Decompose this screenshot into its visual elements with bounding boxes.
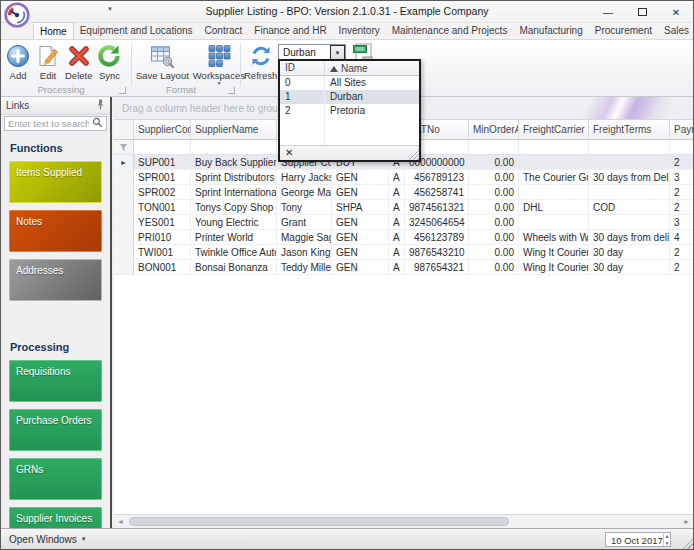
table-cell[interactable]: Jason King <box>277 245 332 259</box>
filter-cell[interactable] <box>589 140 670 154</box>
table-cell[interactable]: GEN <box>332 230 389 244</box>
clear-filter-button[interactable]: ✕ <box>280 148 293 159</box>
spinner-down-icon[interactable]: ▼ <box>664 540 670 547</box>
table-cell[interactable]: 0.00 <box>469 215 519 229</box>
dropdown-header-id[interactable]: ID <box>280 61 325 75</box>
table-cell[interactable]: A <box>389 185 405 199</box>
table-cell[interactable]: 30 day <box>589 260 670 274</box>
tab-home[interactable]: Home <box>33 22 74 39</box>
dropdown-row[interactable]: 1Durban <box>280 90 419 104</box>
format-dialog-launcher-icon[interactable] <box>228 87 235 94</box>
open-windows-button[interactable]: Open Windows ▼ <box>1 534 87 545</box>
table-cell[interactable]: 3245064654 <box>405 215 469 229</box>
table-cell[interactable]: The Courier Guy <box>519 170 589 184</box>
delete-button[interactable]: Delete <box>63 43 94 81</box>
search-icon[interactable] <box>89 117 106 130</box>
tab-finance-and-hr[interactable]: Finance and HR <box>248 22 332 39</box>
close-button[interactable]: ✕ <box>659 1 693 23</box>
table-cell[interactable]: 987654321 <box>405 260 469 274</box>
sync-button[interactable]: Sync <box>94 43 124 81</box>
table-cell[interactable]: A <box>389 170 405 184</box>
table-cell[interactable]: PRI010 <box>134 230 191 244</box>
table-cell[interactable]: Harry Jackson <box>277 170 332 184</box>
table-cell[interactable] <box>519 215 589 229</box>
table-cell[interactable]: Wing It Couriers <box>519 245 589 259</box>
refresh-button[interactable]: Refresh <box>242 43 279 81</box>
dropdown-header-name[interactable]: Name <box>325 61 419 75</box>
table-cell[interactable]: TWI001 <box>134 245 191 259</box>
column-header-paymentterms[interactable]: PaymentTerms <box>670 120 693 139</box>
table-cell[interactable]: A <box>389 260 405 274</box>
table-cell[interactable]: 0.00 <box>469 155 519 169</box>
table-cell[interactable]: 0.00 <box>469 200 519 214</box>
table-row[interactable]: BON001Bonsai BonanzaTeddy MillerGENA9876… <box>114 260 693 275</box>
tab-procurement[interactable]: Procurement <box>589 22 658 39</box>
table-cell[interactable]: Buy Back Supplier <box>191 155 277 169</box>
table-cell[interactable]: Tonys Copy Shop <box>191 200 277 214</box>
sidebar-item-notes[interactable]: Notes <box>9 210 102 252</box>
table-cell[interactable]: Sprint International <box>191 185 277 199</box>
table-cell[interactable]: 2 <box>670 200 693 214</box>
table-cell[interactable]: Printer World <box>191 230 277 244</box>
table-cell[interactable]: Young Electric <box>191 215 277 229</box>
tab-manufacturing[interactable]: Manufacturing <box>513 22 588 39</box>
table-cell[interactable]: YES001 <box>134 215 191 229</box>
table-cell[interactable]: 2 <box>670 185 693 199</box>
workspaces-button[interactable]: Workspaces ▼ <box>191 43 247 86</box>
maximize-button[interactable] <box>625 1 659 23</box>
table-cell[interactable]: GEN <box>332 185 389 199</box>
table-cell[interactable]: Tony <box>277 200 332 214</box>
table-cell[interactable]: 2 <box>670 155 693 169</box>
table-cell[interactable]: 0.00 <box>469 260 519 274</box>
table-row[interactable]: SPR001Sprint Distributors LocalHarry Jac… <box>114 170 693 185</box>
dropdown-row[interactable]: 0All Sites <box>280 76 419 90</box>
window-resize-grip[interactable] <box>680 536 693 549</box>
table-cell[interactable]: SPR001 <box>134 170 191 184</box>
filter-cell[interactable] <box>469 140 519 154</box>
table-cell[interactable]: Grant <box>277 215 332 229</box>
table-cell[interactable]: A <box>389 200 405 214</box>
table-cell[interactable]: George Matthews <box>277 185 332 199</box>
table-cell[interactable]: 0.00 <box>469 170 519 184</box>
scrollbar-track[interactable] <box>127 515 680 528</box>
table-cell[interactable]: COD <box>589 200 670 214</box>
table-cell[interactable]: 2 <box>670 245 693 259</box>
column-header-suppliername[interactable]: SupplierName <box>191 120 277 139</box>
table-cell[interactable] <box>519 185 589 199</box>
table-cell[interactable]: Bonsai Bonanza <box>191 260 277 274</box>
table-cell[interactable]: SHPA <box>332 200 389 214</box>
sidebar-item-items-supplied[interactable]: Items Supplied <box>9 161 102 203</box>
sidebar-item-addresses[interactable]: Addresses <box>9 259 102 301</box>
save-layout-button[interactable]: Save Layout <box>134 43 191 86</box>
minimize-button[interactable]: — <box>591 1 625 23</box>
add-button[interactable]: Add <box>3 43 33 81</box>
table-row[interactable]: TWI001Twinkle Office Automation ...Jason… <box>114 245 693 260</box>
table-cell[interactable]: 9874561321 <box>405 200 469 214</box>
search-input[interactable] <box>5 118 89 129</box>
table-cell[interactable]: SUP001 <box>134 155 191 169</box>
filter-cell[interactable] <box>670 140 693 154</box>
table-cell[interactable]: GEN <box>332 260 389 274</box>
sidebar-item-purchase-orders[interactable]: Purchase Orders <box>9 409 102 451</box>
table-row[interactable]: YES001Young ElectricGrantGENA32450646540… <box>114 215 693 230</box>
table-cell[interactable]: 0.00 <box>469 230 519 244</box>
table-cell[interactable]: 456258741 <box>405 185 469 199</box>
table-cell[interactable]: GEN <box>332 215 389 229</box>
table-cell[interactable]: 456123789 <box>405 230 469 244</box>
date-field[interactable]: 10 Oct 2017 ▲ ▼ <box>605 532 671 547</box>
sidebar-item-requisitions[interactable]: Requisitions <box>9 360 102 402</box>
table-cell[interactable]: Sprint Distributors Local <box>191 170 277 184</box>
column-header-freightcarrier[interactable]: FreightCarrier <box>519 120 589 139</box>
table-cell[interactable]: Twinkle Office Automation ... <box>191 245 277 259</box>
table-cell[interactable]: Maggie Sage <box>277 230 332 244</box>
table-cell[interactable]: 3 <box>670 215 693 229</box>
table-cell[interactable]: BON001 <box>134 260 191 274</box>
table-row[interactable]: SPR002Sprint InternationalGeorge Matthew… <box>114 185 693 200</box>
table-cell[interactable]: 456789123 <box>405 170 469 184</box>
dropdown-row[interactable]: 2Pretoria <box>280 104 419 118</box>
combo-dropdown-button[interactable]: ▼ <box>330 45 345 60</box>
filter-cell[interactable] <box>519 140 589 154</box>
table-cell[interactable]: GEN <box>332 170 389 184</box>
quick-access-dropdown-icon[interactable]: ▼ <box>107 6 113 12</box>
column-header-minorderamt[interactable]: MinOrderAmt <box>469 120 519 139</box>
